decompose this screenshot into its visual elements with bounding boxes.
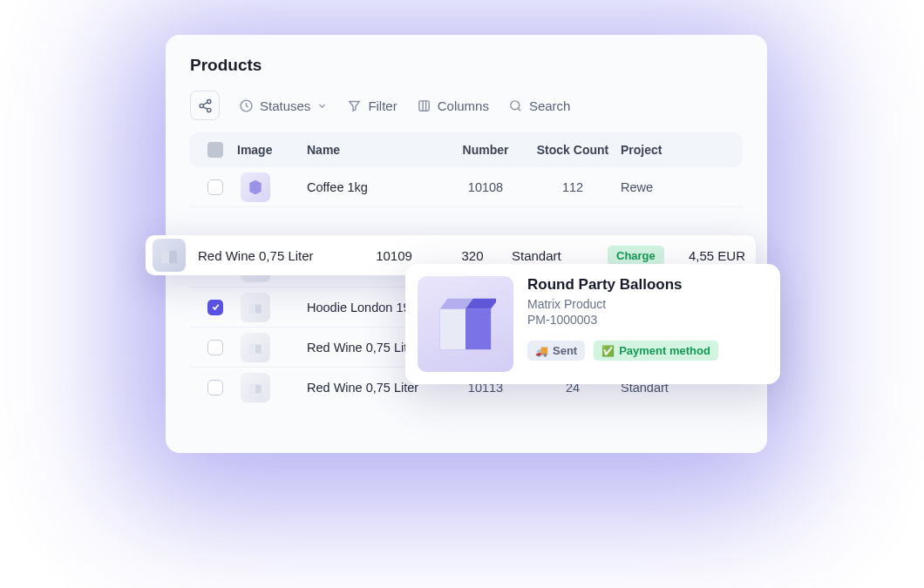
check-icon: ✅ — [601, 345, 615, 357]
col-name: Name — [307, 143, 446, 157]
product-thumb — [241, 373, 270, 402]
product-thumb — [241, 172, 270, 202]
filter-icon — [347, 98, 362, 113]
payment-badge: ✅Payment method — [594, 341, 718, 361]
row-checkbox[interactable] — [207, 340, 223, 355]
row-checkbox-checked[interactable] — [207, 300, 223, 315]
svg-rect-14 — [249, 304, 255, 313]
search-icon — [508, 98, 523, 113]
table-header: Image Name Number Stock Count Project — [190, 132, 743, 167]
cell-stock: 112 — [525, 180, 621, 194]
svg-line-3 — [203, 102, 207, 105]
col-number: Number — [446, 143, 525, 157]
cell-name: Red Wine 0,75 Liter — [198, 248, 355, 263]
charge-badge: Charge — [608, 246, 664, 266]
row-checkbox[interactable] — [207, 179, 223, 195]
svg-rect-20 — [161, 251, 169, 263]
cell-name: Coffee 1kg — [307, 180, 446, 194]
cell-price: 4,55 EUR — [686, 248, 756, 263]
search-button[interactable]: Search — [508, 98, 571, 113]
svg-point-2 — [207, 108, 210, 112]
sent-badge: 🚚Sent — [527, 341, 585, 361]
table-row[interactable]: Coffee 1kg 10108 112 Rewe — [190, 167, 743, 207]
svg-line-10 — [518, 108, 520, 111]
truck-icon: 🚚 — [535, 345, 548, 357]
toolbar: Statuses Filter Columns Search — [190, 91, 743, 120]
cell-stock: 320 — [433, 248, 512, 263]
clock-icon — [239, 98, 254, 113]
product-thumb — [241, 333, 270, 362]
svg-point-9 — [511, 100, 520, 109]
product-popover: Round Party Balloons Matrix Product PM-1… — [405, 264, 780, 384]
share-button[interactable] — [190, 91, 220, 120]
popover-thumb — [418, 276, 513, 372]
col-stock: Stock Count — [525, 143, 621, 157]
cell-project: Standart — [512, 248, 608, 263]
cell-number: 10109 — [355, 248, 433, 263]
svg-rect-6 — [419, 100, 429, 110]
chevron-down-icon — [316, 100, 328, 112]
columns-button[interactable]: Columns — [417, 98, 489, 113]
statuses-dropdown[interactable]: Statuses — [239, 98, 328, 113]
filter-label: Filter — [368, 98, 397, 113]
svg-point-0 — [207, 99, 210, 103]
col-project: Project — [621, 143, 734, 157]
svg-line-4 — [203, 106, 207, 109]
product-thumb — [153, 239, 186, 272]
product-thumb — [241, 293, 270, 322]
filter-button[interactable]: Filter — [347, 98, 397, 113]
popover-id: PM-1000003 — [527, 313, 768, 327]
cell-number: 10108 — [446, 180, 525, 194]
svg-point-1 — [200, 104, 203, 107]
svg-rect-22 — [440, 309, 465, 350]
col-image: Image — [237, 143, 307, 157]
svg-rect-16 — [249, 344, 255, 353]
statuses-label: Statuses — [260, 98, 310, 113]
popover-subtitle: Matrix Product — [527, 297, 768, 311]
popover-title: Round Party Balloons — [527, 276, 768, 294]
columns-label: Columns — [438, 98, 489, 113]
svg-rect-18 — [249, 385, 255, 394]
select-all-checkbox[interactable] — [207, 142, 223, 158]
row-checkbox[interactable] — [207, 380, 223, 395]
columns-icon — [417, 98, 431, 113]
search-label: Search — [529, 98, 571, 113]
cell-project: Rewe — [621, 180, 734, 194]
page-title: Products — [190, 56, 743, 75]
